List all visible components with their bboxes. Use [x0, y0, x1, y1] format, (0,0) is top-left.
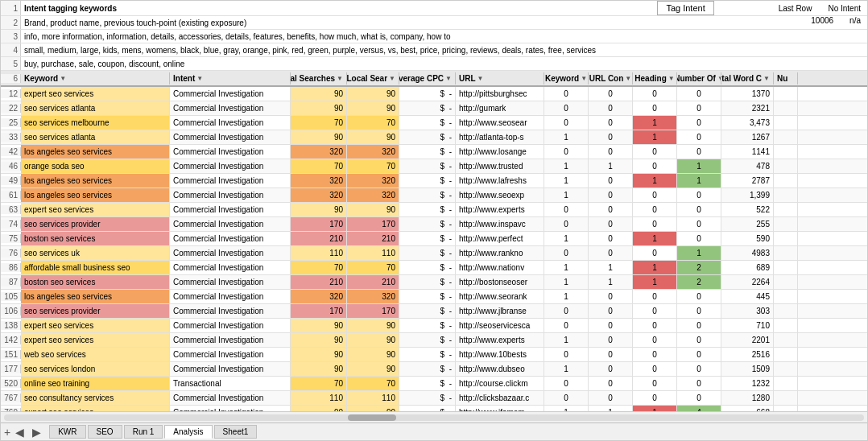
cell-keyword2: 1: [544, 290, 589, 303]
table-row[interactable]: 42 los angeles seo services Commercial I…: [1, 145, 867, 159]
table-row[interactable]: 22 seo services atlanta Commercial Inves…: [1, 101, 867, 116]
filter-icon-totalword[interactable]: ▼: [763, 75, 770, 82]
filter-icon-cpc[interactable]: ▼: [445, 75, 452, 82]
table-row[interactable]: 105 los angeles seo services Commercial …: [1, 290, 867, 304]
cell-intent: Commercial Investigation: [170, 116, 291, 130]
header-keyword[interactable]: Keyword ▼: [21, 72, 170, 84]
tag-intent-button[interactable]: Tag Intent: [657, 1, 713, 15]
table-row[interactable]: 138 expert seo services Commercial Inves…: [1, 319, 867, 333]
tab-seo[interactable]: SEO: [88, 425, 122, 439]
cell-global: 320: [291, 145, 347, 159]
header-urlcon[interactable]: URL Con ▼: [589, 72, 633, 84]
scroll-tabs-left-icon[interactable]: ◀: [15, 426, 24, 439]
filter-icon-urlcon[interactable]: ▼: [625, 75, 631, 82]
table-row[interactable]: 106 seo services provider Commercial Inv…: [1, 304, 867, 319]
table-row[interactable]: 151 web seo services Commercial Investig…: [1, 348, 867, 362]
filter-icon-global[interactable]: ▼: [337, 75, 343, 82]
header-url[interactable]: URL ▼: [456, 72, 544, 84]
filter-icon-intent[interactable]: ▼: [196, 75, 203, 82]
table-row[interactable]: 87 boston seo services Commercial Invest…: [1, 275, 867, 290]
cell-urlcon: 0: [589, 203, 633, 216]
cell-nu: [774, 290, 798, 303]
row-number: 177: [1, 365, 21, 373]
table-row[interactable]: 12 expert seo services Commercial Invest…: [1, 87, 867, 101]
cell-numof: 0: [677, 362, 721, 376]
scrollbar-track[interactable]: [4, 414, 864, 421]
tab-analysis[interactable]: Analysis: [164, 425, 212, 439]
filter-icon-url[interactable]: ▼: [477, 75, 484, 82]
row-number: 767: [1, 394, 21, 402]
cell-url: http://bostonseoser: [456, 275, 544, 289]
cell-local: 170: [347, 217, 399, 231]
header-heading[interactable]: Heading ▼: [633, 72, 677, 84]
scrollbar-thumb[interactable]: [348, 414, 396, 421]
table-row[interactable]: 46 orange soda seo Commercial Investigat…: [1, 159, 867, 174]
cell-heading: 0: [633, 87, 677, 101]
cell-numof: 0: [677, 290, 721, 303]
cell-heading: 1: [633, 406, 677, 411]
meta-row-4: 4 small, medium, large, kids, mens, wome…: [1, 43, 867, 57]
cell-heading: 0: [633, 391, 677, 405]
table-row[interactable]: 75 boston seo services Commercial Invest…: [1, 232, 867, 246]
cell-local: 170: [347, 304, 399, 318]
filter-icon-local[interactable]: ▼: [389, 75, 395, 82]
table-row[interactable]: 767 seo consultancy services Commercial …: [1, 391, 867, 406]
horizontal-scrollbar[interactable]: [1, 411, 867, 422]
header-intent[interactable]: Intent ▼: [170, 72, 291, 84]
cell-intent: Commercial Investigation: [170, 348, 291, 361]
table-row[interactable]: 86 affordable small business seo Commerc…: [1, 261, 867, 275]
table-row[interactable]: 63 expert seo services Commercial Invest…: [1, 203, 867, 217]
cell-intent: Commercial Investigation: [170, 406, 291, 411]
filter-icon-keyword[interactable]: ▼: [60, 75, 66, 82]
header-keyword2[interactable]: Keyword ▼: [544, 72, 589, 84]
header-numof[interactable]: Number Of ▼: [677, 72, 721, 84]
cell-totalword: 303: [721, 304, 774, 318]
cell-global: 90: [291, 362, 347, 376]
cell-nu: [774, 87, 798, 101]
table-row[interactable]: 61 los angeles seo services Commercial I…: [1, 188, 867, 203]
table-row[interactable]: 769 expert seo services Commercial Inves…: [1, 406, 867, 411]
cell-numof: 0: [677, 145, 721, 159]
cell-global: 70: [291, 159, 347, 173]
cell-totalword: 1267: [721, 130, 774, 144]
cell-local: 110: [347, 391, 399, 405]
tab-run-1[interactable]: Run 1: [124, 425, 163, 439]
cell-totalword: 2321: [721, 101, 774, 115]
table-row[interactable]: 49 los angeles seo services Commercial I…: [1, 174, 867, 188]
tab-kwr[interactable]: KWR: [49, 425, 85, 439]
table-row[interactable]: 76 seo services uk Commercial Investigat…: [1, 246, 867, 261]
header-local[interactable]: Local Sear ▼: [347, 72, 399, 84]
cell-nu: [774, 348, 798, 361]
table-row[interactable]: 33 seo services atlanta Commercial Inves…: [1, 130, 867, 145]
cell-local: 90: [347, 348, 399, 361]
header-global[interactable]: Global Searches ▼: [291, 72, 347, 84]
table-row[interactable]: 25 seo services melbourne Commercial Inv…: [1, 116, 867, 130]
header-cpc[interactable]: Average CPC ▼: [399, 72, 456, 84]
cell-urlcon: 0: [589, 377, 633, 390]
row-number: 33: [1, 133, 21, 142]
table-row[interactable]: 142 expert seo services Commercial Inves…: [1, 333, 867, 348]
filter-icon-keyword2[interactable]: ▼: [581, 75, 587, 82]
row-number: 25: [1, 118, 21, 127]
header-nu[interactable]: Nu: [774, 72, 798, 84]
cell-intent: Commercial Investigation: [170, 130, 291, 144]
cell-totalword: 590: [721, 232, 774, 245]
cell-intent: Commercial Investigation: [170, 159, 291, 173]
header-totalword[interactable]: Total Word C ▼: [721, 72, 774, 84]
tab-sheet1[interactable]: Sheet1: [214, 425, 258, 439]
table-row[interactable]: 177 seo services london Commercial Inves…: [1, 362, 867, 377]
cell-intent: Commercial Investigation: [170, 188, 291, 202]
filter-icon-heading[interactable]: ▼: [668, 75, 675, 82]
cell-url: http://www.dubseo: [456, 362, 544, 376]
cell-keyword2: 0: [544, 116, 589, 130]
no-intent-value: n/a: [849, 16, 861, 29]
cell-heading: 0: [633, 377, 677, 390]
scroll-tabs-right-icon[interactable]: ▶: [32, 426, 41, 439]
cell-urlcon: 1: [589, 275, 633, 289]
table-row[interactable]: 74 seo services provider Commercial Inve…: [1, 217, 867, 232]
table-row[interactable]: 520 online seo training Transactional 70…: [1, 377, 867, 391]
add-sheet-icon[interactable]: +: [4, 426, 10, 439]
cell-cpc: $ -: [399, 145, 456, 159]
cell-keyword: los angeles seo services: [21, 290, 170, 303]
data-area[interactable]: 12 expert seo services Commercial Invest…: [1, 87, 867, 411]
